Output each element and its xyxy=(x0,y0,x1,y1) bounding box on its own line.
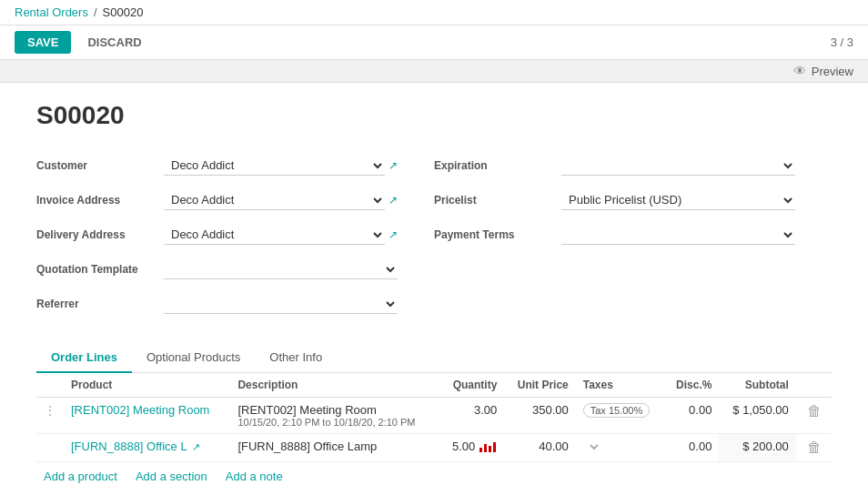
save-button[interactable]: SAVE xyxy=(15,31,71,54)
payment-terms-label: Payment Terms xyxy=(434,228,561,241)
col-product: Product xyxy=(64,373,230,398)
row2-unit-price[interactable]: 40.00 xyxy=(504,434,575,462)
quotation-template-label: Quotation Template xyxy=(36,263,164,276)
customer-field: Deco Addict ↗ xyxy=(164,156,398,176)
tab-order-lines[interactable]: Order Lines xyxy=(36,343,132,373)
row2-quantity[interactable]: 5.00 xyxy=(439,434,504,462)
form-right-col: Expiration Pricelist Public Pricelist (U… xyxy=(434,152,832,325)
delivery-address-row: Delivery Address Deco Addict ↗ xyxy=(36,221,398,248)
col-disc: Disc.% xyxy=(664,373,719,398)
invoice-address-select[interactable]: Deco Addict xyxy=(164,190,385,210)
row1-product-link[interactable]: [RENT002] Meeting Room xyxy=(71,403,209,417)
tab-other-info[interactable]: Other Info xyxy=(255,343,337,373)
preview-link[interactable]: Preview xyxy=(812,65,853,78)
add-note-link[interactable]: Add a note xyxy=(226,470,283,483)
row2-disc[interactable]: 0.00 xyxy=(664,434,719,462)
quotation-template-field xyxy=(164,259,398,279)
preview-bar: 👁 Preview xyxy=(0,60,868,83)
expiration-row: Expiration xyxy=(434,152,795,179)
expiration-select[interactable] xyxy=(561,156,795,176)
form-left-col: Customer Deco Addict ↗ Invoice Address D… xyxy=(36,152,434,325)
row2-drag[interactable] xyxy=(36,434,64,462)
delete-icon[interactable]: 🗑 xyxy=(807,403,822,419)
payment-terms-row: Payment Terms xyxy=(434,221,795,248)
row1-description: [RENT002] Meeting Room 10/15/20, 2:10 PM… xyxy=(230,398,439,434)
delivery-address-external-link-icon[interactable]: ↗ xyxy=(389,228,398,241)
table-add-actions: Add a product Add a section Add a note xyxy=(36,462,832,485)
row1-tax-badge[interactable]: Tax 15.00% xyxy=(583,403,650,418)
row2-product[interactable]: [FURN_8888] Office L ↗ xyxy=(64,434,230,462)
delivery-address-field: Deco Addict ↗ xyxy=(164,225,398,245)
pricelist-field: Public Pricelist (USD) xyxy=(561,190,795,210)
svg-rect-3 xyxy=(493,442,496,452)
add-product-link[interactable]: Add a product xyxy=(44,470,117,483)
col-unit-price: Unit Price xyxy=(504,373,575,398)
customer-select[interactable]: Deco Addict xyxy=(164,156,385,176)
col-subtotal: Subtotal xyxy=(719,373,795,398)
col-drag xyxy=(36,373,64,398)
svg-rect-1 xyxy=(484,444,487,452)
customer-label: Customer xyxy=(36,159,164,172)
row1-desc-line1: [RENT002] Meeting Room xyxy=(237,403,432,417)
pricelist-label: Pricelist xyxy=(434,194,561,207)
record-nav: 3 / 3 xyxy=(831,35,853,49)
col-taxes: Taxes xyxy=(576,373,664,398)
row1-desc-line2: 10/15/20, 2:10 PM to 10/18/20, 2:10 PM xyxy=(237,417,432,428)
add-section-link[interactable]: Add a section xyxy=(136,470,207,483)
row1-quantity[interactable]: 3.00 xyxy=(439,398,504,434)
pricelist-select[interactable]: Public Pricelist (USD) xyxy=(561,190,795,210)
quotation-template-row: Quotation Template xyxy=(36,256,398,283)
row1-disc[interactable]: 0.00 xyxy=(664,398,719,434)
row1-delete[interactable]: 🗑 xyxy=(796,398,832,434)
row2-taxes[interactable] xyxy=(576,434,664,462)
row1-product[interactable]: [RENT002] Meeting Room xyxy=(64,398,230,434)
record-title: S00020 xyxy=(36,101,832,130)
row2-subtotal: $ 200.00 xyxy=(719,434,795,462)
row1-drag[interactable]: ⋮ xyxy=(36,398,64,434)
referrer-row: Referrer xyxy=(36,290,398,318)
breadcrumb-parent[interactable]: Rental Orders xyxy=(15,5,88,19)
col-actions xyxy=(796,373,832,398)
row2-description: [FURN_8888] Office Lamp xyxy=(230,434,439,462)
row2-desc-line1: [FURN_8888] Office Lamp xyxy=(237,440,432,453)
row1-subtotal: $ 1,050.00 xyxy=(719,398,795,434)
col-description: Description xyxy=(230,373,439,398)
breadcrumb-current: S00020 xyxy=(103,5,144,19)
table-row: ⋮ [RENT002] Meeting Room [RENT002] Meeti… xyxy=(36,398,832,434)
expiration-label: Expiration xyxy=(434,159,561,172)
svg-rect-0 xyxy=(479,448,482,452)
preview-icon: 👁 xyxy=(793,64,806,78)
action-bar: SAVE DISCARD 3 / 3 xyxy=(0,25,868,60)
quotation-template-select[interactable] xyxy=(164,259,398,279)
invoice-address-external-link-icon[interactable]: ↗ xyxy=(389,194,398,207)
invoice-address-row: Invoice Address Deco Addict ↗ xyxy=(36,187,398,214)
table-row: [FURN_8888] Office L ↗ [FURN_8888] Offic… xyxy=(36,434,832,462)
tab-optional-products[interactable]: Optional Products xyxy=(132,343,255,373)
row1-taxes[interactable]: Tax 15.00% xyxy=(576,398,664,434)
order-table: Product Description Quantity Unit Price … xyxy=(36,373,832,462)
customer-row: Customer Deco Addict ↗ xyxy=(36,152,398,179)
col-quantity: Quantity xyxy=(439,373,504,398)
referrer-select[interactable] xyxy=(164,294,398,314)
tabs-bar: Order Lines Optional Products Other Info xyxy=(36,343,832,373)
row2-product-link[interactable]: [FURN_8888] Office L xyxy=(71,440,187,453)
customer-external-link-icon[interactable]: ↗ xyxy=(389,159,398,172)
breadcrumb-bar: Rental Orders / S00020 xyxy=(0,0,868,25)
mini-chart-icon xyxy=(479,440,497,453)
delivery-address-label: Delivery Address xyxy=(36,228,164,241)
row2-delete[interactable]: 🗑 xyxy=(796,434,832,462)
discard-button[interactable]: DISCARD xyxy=(78,31,150,54)
row2-taxes-select[interactable] xyxy=(583,440,601,454)
referrer-field xyxy=(164,294,398,314)
row1-unit-price[interactable]: 350.00 xyxy=(504,398,575,434)
drag-handle-icon[interactable]: ⋮ xyxy=(44,403,56,418)
invoice-address-label: Invoice Address xyxy=(36,194,164,207)
delivery-address-select[interactable]: Deco Addict xyxy=(164,225,385,245)
form-grid: Customer Deco Addict ↗ Invoice Address D… xyxy=(36,152,832,325)
row2-qty-value: 5.00 xyxy=(452,440,475,453)
delete-icon[interactable]: 🗑 xyxy=(807,440,822,455)
row2-product-external-link-icon[interactable]: ↗ xyxy=(192,441,200,452)
main-content: S00020 Customer Deco Addict ↗ Invoice Ad… xyxy=(0,83,868,485)
expiration-field xyxy=(561,156,795,176)
payment-terms-select[interactable] xyxy=(561,225,795,245)
